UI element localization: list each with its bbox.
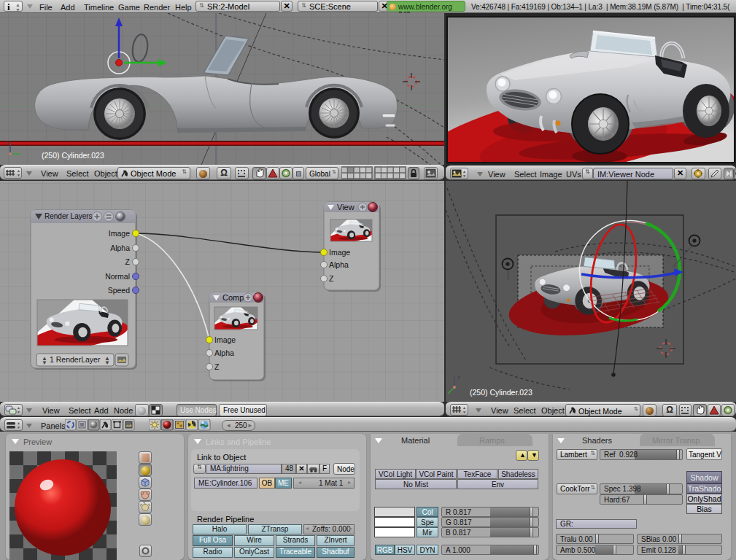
svg-text:z: z [457,374,460,381]
svg-text:View: View [337,203,355,211]
svg-text:▼: ▼ [17,425,20,429]
svg-text:Speed: Speed [108,286,131,295]
svg-text:Z: Z [329,274,334,283]
svg-text:(250) Cylinder.023: (250) Cylinder.023 [470,388,532,397]
svg-text:Image: Image [329,248,350,257]
svg-text:Z: Z [125,257,131,266]
svg-text:Render Layers: Render Layers [44,212,93,220]
svg-text:▼: ▼ [462,174,466,178]
svg-text:Image: Image [214,335,236,344]
svg-text:Normal: Normal [105,272,130,281]
svg-text:(250) Cylinder.023: (250) Cylinder.023 [42,151,104,160]
svg-text:Alpha: Alpha [214,349,234,357]
svg-text:▼: ▼ [17,410,20,414]
svg-text:Alpha: Alpha [329,260,349,269]
svg-text:▼: ▼ [462,410,466,414]
svg-text:▼: ▼ [17,173,20,177]
svg-text:1 RenderLayer: 1 RenderLayer [50,355,101,364]
svg-text:Image: Image [109,229,130,238]
svg-text:Z: Z [214,362,220,371]
svg-text:Comp: Comp [222,293,244,302]
svg-text:▼: ▼ [42,359,47,366]
svg-text:Alpha: Alpha [110,244,130,252]
svg-text:▼: ▼ [104,359,110,366]
svg-text:z: z [7,139,9,146]
